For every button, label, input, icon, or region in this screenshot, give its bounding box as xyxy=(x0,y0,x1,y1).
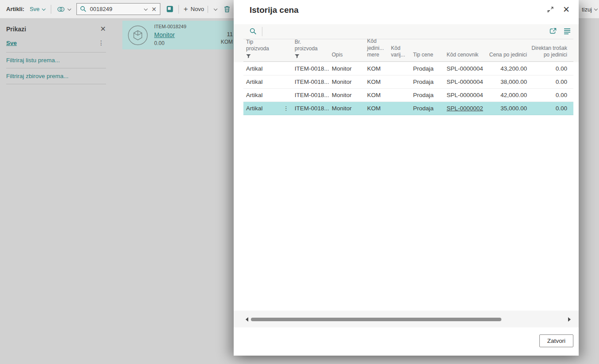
price-list-link[interactable]: SPL-0000002 xyxy=(447,105,483,112)
overlapping-circles-icon xyxy=(57,6,65,13)
cell-cenovnik: SPL-0000002 xyxy=(447,105,489,112)
filter-pane-title: Prikazi xyxy=(6,26,26,33)
divider xyxy=(51,5,51,14)
list-icon xyxy=(564,28,571,34)
cell-tip: Artikal xyxy=(246,92,283,98)
chevron-down-icon[interactable] xyxy=(144,7,148,10)
column-header-tip[interactable]: Tipproizvoda xyxy=(246,39,283,59)
cell-jm: KOM xyxy=(367,105,391,112)
close-dialog-button[interactable]: Zatvori xyxy=(539,334,573,347)
scroll-right-arrow-icon[interactable] xyxy=(568,317,571,322)
table-rows: ArtikalITEM-0018...MonitorKOMProdajaSPL-… xyxy=(243,62,573,115)
automate-button[interactable]: tizuj xyxy=(582,0,597,19)
cell-trosak: 0.00 xyxy=(527,105,567,112)
cell-tipcene: Prodaja xyxy=(413,92,447,98)
cell-cenovnik: SPL-0000004 xyxy=(447,92,489,98)
expand-dialog-button[interactable] xyxy=(547,6,554,15)
row-menu-icon[interactable]: ⋮ xyxy=(283,105,295,112)
cell-trosak: 0.00 xyxy=(527,79,567,85)
cell-cenovnik: SPL-0000004 xyxy=(447,65,489,72)
cell-tipcene: Prodaja xyxy=(413,65,447,72)
cell-cena: 35,000.00 xyxy=(489,105,527,112)
close-dialog-icon[interactable]: ✕ xyxy=(563,4,570,15)
grid-icon xyxy=(166,5,174,13)
cell-cena: 38,000.00 xyxy=(489,79,527,85)
scrollbar-thumb[interactable] xyxy=(251,318,501,321)
item-number: ITEM-0018249 xyxy=(154,23,186,30)
column-header-cena[interactable]: Cena po jedinici xyxy=(489,52,527,59)
column-header-opis[interactable]: Opis xyxy=(332,52,367,59)
close-filter-pane-icon[interactable]: ✕ xyxy=(100,26,106,33)
list-layout-button[interactable] xyxy=(564,28,571,36)
dialog-title: Istorija cena xyxy=(250,5,299,15)
divider xyxy=(6,84,106,84)
item-name-link[interactable]: Monitor xyxy=(154,31,175,38)
filter-totals-link[interactable]: Filtriraj zbirove prema... xyxy=(6,68,106,84)
horizontal-scrollbar[interactable] xyxy=(234,311,579,327)
filter-pane: Prikazi ✕ Sve ⋮ Filtriraj listu prema...… xyxy=(6,26,106,84)
table-row[interactable]: ArtikalITEM-0018...MonitorKOMProdajaSPL-… xyxy=(243,62,573,75)
column-header-trosak[interactable]: Direktan trošakpo jedinici xyxy=(527,45,567,59)
search-button[interactable] xyxy=(250,28,257,37)
cell-jm: KOM xyxy=(367,92,391,98)
search-icon xyxy=(80,6,87,12)
share-button[interactable] xyxy=(549,27,557,37)
filter-icon xyxy=(295,54,332,59)
chevron-down-icon xyxy=(594,7,598,11)
table-header-row: TipproizvodaBr.proizvodaOpisKôdjedini...… xyxy=(243,39,573,62)
dialog-toolbar xyxy=(234,24,579,39)
cell-no: ITEM-0018... xyxy=(295,65,332,72)
plus-icon xyxy=(184,5,191,14)
scroll-left-arrow-icon[interactable] xyxy=(246,317,248,322)
new-button[interactable]: Novo xyxy=(184,5,217,14)
delete-button[interactable] xyxy=(224,5,231,13)
view-selector[interactable]: Sve xyxy=(30,6,45,12)
views-toggle-button[interactable] xyxy=(57,6,71,13)
divider xyxy=(208,6,208,13)
filter-icon xyxy=(246,54,283,59)
cell-opis: Monitor xyxy=(332,92,367,98)
table-row[interactable]: ArtikalITEM-0018...MonitorKOMProdajaSPL-… xyxy=(243,89,573,102)
copy-view-button[interactable] xyxy=(166,5,174,13)
automate-label: tizuj xyxy=(582,6,592,13)
cell-tipcene: Prodaja xyxy=(413,105,447,112)
list-caption: Artikli: xyxy=(6,6,24,12)
dialog-header: Istorija cena ✕ xyxy=(234,0,579,24)
table-row[interactable]: ArtikalITEM-0018...MonitorKOMProdajaSPL-… xyxy=(243,75,573,89)
column-header-no[interactable]: Br.proizvoda xyxy=(295,39,332,59)
item-tile[interactable]: ITEM-0018249 Monitor 0.00 11 KOM xyxy=(122,21,237,49)
item-uom: KOM xyxy=(221,38,233,46)
cell-jm: KOM xyxy=(367,65,391,72)
filter-list-link[interactable]: Filtriraj listu prema... xyxy=(6,53,106,68)
price-history-dialog: Istorija cena ✕ xyxy=(234,0,579,356)
column-header-var[interactable]: Kôdvarij... xyxy=(391,45,413,59)
cell-no: ITEM-0018... xyxy=(295,79,332,85)
cell-opis: Monitor xyxy=(332,79,367,85)
column-header-cenovnik[interactable]: Kôd cenovnik xyxy=(447,52,489,59)
table-row[interactable]: Artikal⋮ITEM-0018...MonitorKOMProdajaSPL… xyxy=(243,102,573,115)
chevron-down-icon[interactable] xyxy=(214,7,217,10)
cell-opis: Monitor xyxy=(332,65,367,72)
cell-trosak: 0.00 xyxy=(527,65,567,72)
cell-cena: 43,200.00 xyxy=(489,65,527,72)
cell-tip: Artikal xyxy=(246,65,283,72)
cell-tip: Artikal xyxy=(246,105,283,112)
view-selector-label: Sve xyxy=(30,6,39,12)
cell-jm: KOM xyxy=(367,79,391,85)
cell-tip: Artikal xyxy=(246,79,283,85)
divider xyxy=(178,5,179,14)
search-input[interactable]: 0018249 ✕ xyxy=(76,3,160,15)
more-options-icon[interactable]: ⋮ xyxy=(98,39,106,46)
cell-no: ITEM-0018... xyxy=(295,92,332,98)
item-cube-icon xyxy=(128,25,148,45)
search-value: 0018249 xyxy=(90,6,142,12)
column-header-tipcene[interactable]: Tip cene xyxy=(413,52,447,59)
new-button-label: Novo xyxy=(191,6,204,12)
column-header-jm[interactable]: Kôdjedini...mere xyxy=(367,38,391,59)
cell-cena: 42,000.00 xyxy=(489,92,527,98)
share-icon xyxy=(549,27,557,35)
dialog-footer: Zatvori xyxy=(234,327,579,356)
active-view-link[interactable]: Sve xyxy=(6,40,17,46)
divider xyxy=(262,27,262,36)
clear-search-icon[interactable]: ✕ xyxy=(152,6,157,13)
